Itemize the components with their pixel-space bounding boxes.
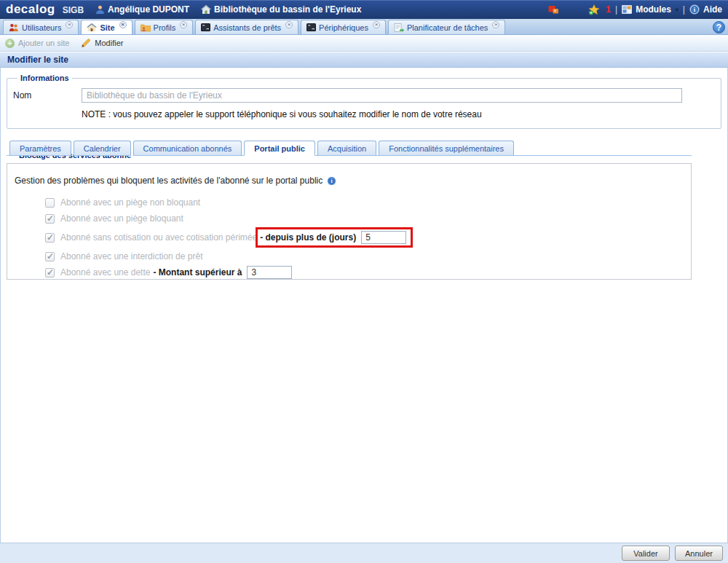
module-tab-bar: Utilisateurs × Site × Profils × Assistan… <box>0 19 728 35</box>
checkbox-row-cotisation: Abonné sans cotisation ou avec cotisatio… <box>45 227 684 248</box>
tab-label: Site <box>100 23 114 32</box>
tab-calendrier[interactable]: Calendrier <box>74 141 131 156</box>
edit-label: Modifier <box>95 39 123 47</box>
informations-fieldset: Informations Nom NOTE : vous pouvez appe… <box>7 74 721 129</box>
checkbox-label: Abonné avec un piège non bloquant <box>60 197 200 208</box>
help-label: Aide <box>703 4 722 15</box>
action-toolbar: + Ajouter un site Modifier <box>0 35 728 52</box>
main-content: Informations Nom NOTE : vous pouvez appe… <box>0 68 728 543</box>
info-icon: i <box>689 4 700 15</box>
info-icon[interactable]: i <box>327 176 336 186</box>
home-icon <box>87 23 97 32</box>
tab-parametres[interactable]: Paramètres <box>9 141 71 156</box>
checkbox-label: Abonné avec un piège bloquant <box>60 213 183 224</box>
modules-label: Modules <box>636 4 671 15</box>
terminal-icon <box>306 23 316 31</box>
tab-communication-abonnes[interactable]: Communication abonnés <box>133 141 242 156</box>
tab-profils[interactable]: Profils × <box>135 20 194 34</box>
checkbox-label: Abonné avec une dette <box>60 267 150 277</box>
top-bar: decalog SIGB Angélique DUPONT Bibliothèq… <box>0 0 728 19</box>
cancel-button[interactable]: Annuler <box>675 546 723 561</box>
current-site[interactable]: Bibliothèque du bassin de l'Eyrieux <box>201 4 361 15</box>
checkbox[interactable] <box>45 214 55 224</box>
section-tab-bar: Paramètres Calendrier Communication abon… <box>7 141 692 155</box>
help-menu[interactable]: i Aide <box>689 4 722 15</box>
checkbox-label: Abonné avec une interdiction de prêt <box>60 251 202 261</box>
tab-label: Périphériques <box>319 23 368 32</box>
close-icon[interactable]: × <box>180 21 187 28</box>
blocage-fieldset: Blocage des services abonné Gestion des … <box>7 155 692 280</box>
validate-button[interactable]: Valider <box>622 546 670 561</box>
days-suffix-label: - depuis plus de (jours) <box>260 232 356 243</box>
name-label: Nom <box>13 90 82 101</box>
close-icon[interactable]: × <box>66 21 73 28</box>
app-logo-suffix: SIGB <box>63 5 84 15</box>
separator: | <box>615 4 617 15</box>
add-site-label: Ajouter un site <box>18 39 69 47</box>
checkbox-row-interdiction-pret: Abonné avec une interdiction de prêt <box>45 248 684 264</box>
modules-menu[interactable]: Modules ▾ <box>622 4 678 15</box>
site-settings-panel: Paramètres Calendrier Communication abon… <box>7 141 692 280</box>
tab-label: Assistants de prêts <box>213 23 281 32</box>
users-icon <box>9 23 19 32</box>
tab-portail-public[interactable]: Portail public <box>244 141 315 156</box>
checkbox-label: Abonné sans cotisation ou avec cotisatio… <box>60 232 257 243</box>
blocage-box: Gestion des problèmes qui bloquent les a… <box>7 163 692 280</box>
tab-fonctionnalites-supplementaires[interactable]: Fonctionnalités supplémentaires <box>379 141 514 156</box>
home-icon <box>201 5 211 15</box>
site-name-input[interactable] <box>82 88 682 103</box>
add-site-button[interactable]: + Ajouter un site <box>5 39 69 48</box>
note-text: NOTE : vous pouvez appeler le support té… <box>82 109 713 119</box>
checkbox[interactable] <box>45 268 55 277</box>
tab-planificateur-de-taches[interactable]: Planificateur de tâches × <box>388 20 505 34</box>
separator: | <box>683 4 685 15</box>
user-icon <box>95 5 105 15</box>
checkbox[interactable] <box>45 198 55 208</box>
footer-bar: Valider Annuler <box>0 543 728 563</box>
current-site-name: Bibliothèque du bassin de l'Eyrieux <box>214 4 361 15</box>
checkbox[interactable] <box>45 252 55 261</box>
app-logo: decalog <box>6 2 55 17</box>
informations-legend: Informations <box>17 74 72 82</box>
tab-peripheriques[interactable]: Périphériques × <box>301 20 386 34</box>
amount-suffix-label: - Montant supérieur à <box>153 267 242 277</box>
checkbox-row-piege-non-bloquant: Abonné avec un piège non bloquant <box>45 194 684 210</box>
current-user-name: Angélique DUPONT <box>108 4 189 15</box>
favorites-star-icon[interactable] <box>588 4 600 15</box>
days-input[interactable] <box>361 231 406 244</box>
tab-label: Profils <box>154 23 176 32</box>
pencil-icon <box>81 38 91 48</box>
edit-button[interactable]: Modifier <box>81 38 123 48</box>
tab-label: Utilisateurs <box>22 23 61 32</box>
add-icon: + <box>5 39 15 48</box>
modules-grid-icon <box>622 5 632 14</box>
close-icon[interactable]: × <box>492 21 499 28</box>
tab-acquisition[interactable]: Acquisition <box>317 141 376 156</box>
close-icon[interactable]: × <box>285 21 293 28</box>
terminal-icon <box>201 23 210 31</box>
checkbox-row-dette: Abonné avec une dette - Montant supérieu… <box>45 264 684 280</box>
highlight-box: - depuis plus de (jours) <box>256 227 413 248</box>
close-icon[interactable]: × <box>373 21 380 28</box>
close-icon[interactable]: × <box>119 21 127 28</box>
alert-icon[interactable] <box>548 5 559 15</box>
blocage-description: Gestion des problèmes qui bloquent les a… <box>15 176 323 186</box>
current-user[interactable]: Angélique DUPONT <box>95 4 189 15</box>
tab-label: Planificateur de tâches <box>407 23 488 32</box>
tab-site[interactable]: Site × <box>81 20 132 34</box>
checkbox-row-piege-bloquant: Abonné avec un piège bloquant <box>45 210 684 227</box>
folder-user-icon <box>141 23 151 32</box>
chevron-down-icon: ▾ <box>676 7 678 13</box>
help-icon[interactable]: ? <box>713 21 725 34</box>
checkbox[interactable] <box>45 233 55 243</box>
tab-utilisateurs[interactable]: Utilisateurs × <box>3 20 79 34</box>
page-title: Modifier le site <box>0 52 728 68</box>
amount-input[interactable] <box>247 266 292 279</box>
app-window: decalog SIGB Angélique DUPONT Bibliothèq… <box>0 0 728 563</box>
tab-assistants-de-prets[interactable]: Assistants de prêts × <box>195 20 298 34</box>
task-scheduler-icon <box>394 23 404 32</box>
favorites-count: 1 <box>606 4 611 15</box>
